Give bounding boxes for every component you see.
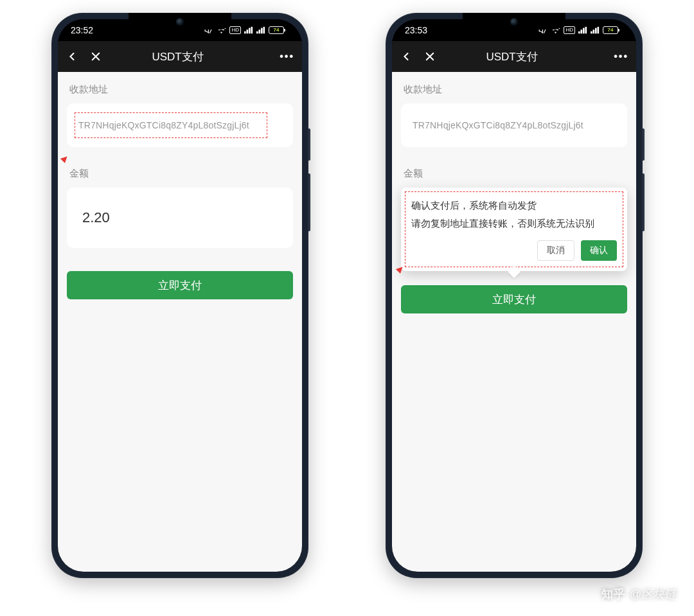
phone-camera xyxy=(510,18,518,26)
svg-rect-12 xyxy=(578,31,580,34)
pay-button[interactable]: 立即支付 xyxy=(401,285,627,313)
watermark: 知乎 @区块链 xyxy=(601,586,676,602)
svg-rect-4 xyxy=(251,27,253,34)
signal-icon xyxy=(591,26,600,34)
signal-icon xyxy=(256,26,265,34)
address-section-label: 收款地址 xyxy=(67,72,293,103)
screen: 23:53 HD 74 USDT支付 ••• 收款地址 TR7NHqjeKQxG… xyxy=(392,19,636,572)
address-card: TR7NHqjeKQxGTCi8q8ZY4pL8otSzgjLj6t xyxy=(401,103,627,147)
more-icon[interactable]: ••• xyxy=(614,51,628,62)
svg-rect-19 xyxy=(598,27,600,34)
svg-rect-3 xyxy=(249,28,251,34)
page-title: USDT支付 xyxy=(410,49,614,64)
popover-text-line1: 确认支付后，系统将自动发货 xyxy=(411,198,617,213)
phone-camera xyxy=(176,18,184,26)
nav-bar: USDT支付 ••• xyxy=(58,41,302,72)
svg-rect-8 xyxy=(263,27,265,34)
cancel-button[interactable]: 取消 xyxy=(537,240,574,261)
svg-rect-14 xyxy=(583,28,585,34)
more-icon[interactable]: ••• xyxy=(280,51,294,62)
content: 收款地址 TR7NHqjeKQxGTCi8q8ZY4pL8otSzgjLj6t … xyxy=(58,72,302,572)
amount-value: 2.20 xyxy=(81,204,279,231)
hd-icon: HD xyxy=(564,26,575,34)
svg-rect-6 xyxy=(259,30,261,33)
nav-bar: USDT支付 ••• xyxy=(392,41,636,72)
svg-rect-2 xyxy=(247,30,249,33)
phone-left: 23:52 HD 74 USDT支付 ••• 收款地址 TR7NHqjeKQxG… xyxy=(51,13,308,578)
address-value: TR7NHqjeKQxGTCi8q8ZY4pL8otSzgjLj6t xyxy=(78,120,281,130)
content: 收款地址 TR7NHqjeKQxGTCi8q8ZY4pL8otSzgjLj6t … xyxy=(392,72,636,572)
address-card: TR7NHqjeKQxGTCi8q8ZY4pL8otSzgjLj6t xyxy=(67,103,293,147)
svg-rect-5 xyxy=(256,31,258,34)
svg-rect-1 xyxy=(244,31,246,34)
hd-icon: HD xyxy=(229,26,241,34)
svg-rect-16 xyxy=(591,31,592,34)
amount-card: 2.20 xyxy=(67,188,293,248)
watermark-author: @区块链 xyxy=(630,586,676,602)
svg-rect-18 xyxy=(595,28,597,34)
zhihu-logo: 知乎 xyxy=(601,586,626,602)
address-section-label: 收款地址 xyxy=(401,72,627,103)
signal-icon xyxy=(578,26,587,34)
status-time: 23:52 xyxy=(71,25,93,35)
phone-side-button xyxy=(643,173,645,231)
amount-section-label: 金额 xyxy=(401,147,627,188)
svg-rect-7 xyxy=(261,28,263,34)
amount-section-label: 金额 xyxy=(67,147,293,188)
signal-icon xyxy=(244,26,253,34)
confirm-button[interactable]: 确认 xyxy=(581,240,617,261)
phone-side-button xyxy=(308,128,310,161)
battery-icon: 74 xyxy=(269,26,284,34)
phone-side-button xyxy=(308,173,310,231)
address-value: TR7NHqjeKQxGTCi8q8ZY4pL8otSzgjLj6t xyxy=(413,120,616,130)
page-title: USDT支付 xyxy=(76,49,280,64)
popover-text-line2: 请勿复制地址直接转账，否则系统无法识别 xyxy=(411,216,617,231)
svg-rect-15 xyxy=(585,27,587,34)
phone-side-button xyxy=(643,128,645,161)
pay-button[interactable]: 立即支付 xyxy=(67,271,293,299)
screen: 23:52 HD 74 USDT支付 ••• 收款地址 TR7NHqjeKQxG… xyxy=(58,19,302,572)
svg-rect-17 xyxy=(593,30,595,33)
status-time: 23:53 xyxy=(405,25,427,35)
battery-icon: 74 xyxy=(603,26,618,34)
confirm-popover: 确认支付后，系统将自动发货 请勿复制地址直接转账，否则系统无法识别 取消 确认 xyxy=(401,188,627,271)
svg-rect-13 xyxy=(581,30,583,33)
phone-right: 23:53 HD 74 USDT支付 ••• 收款地址 TR7NHqjeKQxG… xyxy=(386,13,643,578)
